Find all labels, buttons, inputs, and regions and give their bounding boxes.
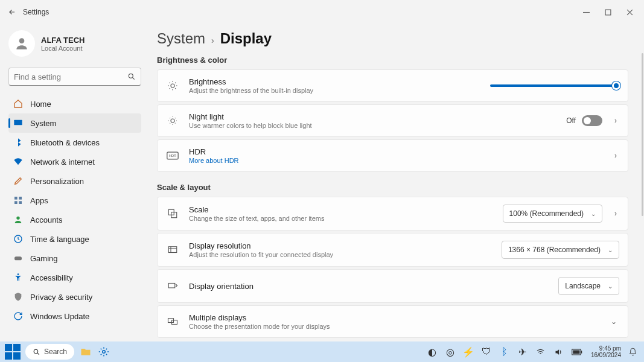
- svg-rect-26: [581, 351, 582, 354]
- svg-point-22: [34, 349, 38, 354]
- gamepad-icon: [13, 253, 23, 263]
- orientation-title: Display orientation: [189, 282, 549, 291]
- search-box[interactable]: [8, 68, 141, 86]
- chevron-right-icon: ›: [211, 36, 214, 45]
- svg-rect-7: [19, 201, 22, 204]
- hdr-icon: HDR: [166, 151, 179, 160]
- svg-point-2: [129, 74, 133, 78]
- search-input[interactable]: [14, 72, 127, 81]
- resolution-sub: Adjust the resolution to fit your connec…: [189, 251, 492, 258]
- card-brightness[interactable]: Brightness Adjust the brightness of the …: [157, 69, 628, 102]
- maximize-button[interactable]: [597, 4, 619, 21]
- card-resolution[interactable]: Display resolution Adjust the resolution…: [157, 233, 628, 267]
- system-tray[interactable]: ◐ ◎ ⚡ 🛡 ᛒ ✈ 9:45 pm 16/09/2024: [426, 345, 639, 358]
- card-multiple-displays[interactable]: Multiple displays Choose the presentatio…: [157, 305, 628, 338]
- nav-bluetooth[interactable]: Bluetooth & devices: [8, 133, 141, 152]
- tray-icon[interactable]: ◐: [426, 345, 439, 358]
- breadcrumb-parent[interactable]: System: [157, 30, 205, 47]
- card-scale[interactable]: Scale Change the size of text, apps, and…: [157, 197, 628, 230]
- svg-point-1: [19, 38, 25, 43]
- volume-tray-icon[interactable]: [552, 345, 566, 358]
- tray-icon[interactable]: ◎: [444, 345, 457, 358]
- nav-time[interactable]: Time & language: [8, 229, 141, 249]
- taskbar: Search ◐ ◎ ⚡ 🛡 ᛒ ✈ 9:45 pm 16/09/2024: [0, 341, 644, 362]
- avatar: [8, 30, 35, 57]
- orientation-icon: [166, 281, 179, 291]
- search-icon: [33, 348, 40, 356]
- night-light-state: Off: [566, 116, 576, 125]
- clock-icon: [13, 234, 23, 244]
- chevron-down-icon[interactable]: ⌄: [608, 317, 619, 326]
- multi-sub: Choose the presentation mode for your di…: [189, 323, 599, 330]
- sun-icon: [166, 80, 179, 91]
- wifi-tray-icon[interactable]: [534, 345, 547, 358]
- profile[interactable]: ALFA TECH Local Account: [8, 28, 141, 59]
- apps-icon: [13, 195, 23, 205]
- tray-icon[interactable]: 🛡: [480, 345, 493, 358]
- card-hdr[interactable]: HDR HDR More about HDR ›: [157, 139, 628, 172]
- notifications-icon[interactable]: [626, 345, 639, 358]
- svg-rect-5: [19, 197, 22, 200]
- resolution-select[interactable]: 1366 × 768 (Recommended)⌄: [502, 241, 619, 259]
- nav-accounts[interactable]: Accounts: [8, 210, 141, 229]
- nav-list: Home System Bluetooth & devices Network …: [8, 94, 141, 326]
- close-button[interactable]: [619, 4, 640, 21]
- back-button[interactable]: [4, 8, 21, 16]
- battery-tray-icon[interactable]: [570, 345, 584, 358]
- scale-icon: [166, 208, 179, 219]
- person-icon: [13, 215, 23, 224]
- brightness-sub: Adjust the brightness of the built-in di…: [189, 87, 480, 94]
- bluetooth-tray-icon[interactable]: ᛒ: [498, 345, 511, 358]
- breadcrumb: System › Display: [157, 30, 628, 47]
- scale-select[interactable]: 100% (Recommended)⌄: [503, 205, 602, 223]
- svg-point-23: [103, 351, 106, 354]
- breadcrumb-leaf: Display: [220, 30, 272, 47]
- chevron-right-icon[interactable]: ›: [612, 151, 619, 160]
- tray-icon[interactable]: ⚡: [462, 345, 475, 358]
- start-button[interactable]: [5, 344, 21, 360]
- nav-update[interactable]: Windows Update: [8, 306, 141, 326]
- nav-accessibility[interactable]: Accessibility: [8, 268, 141, 287]
- profile-sub: Local Account: [41, 45, 84, 52]
- nav-apps[interactable]: Apps: [8, 191, 141, 210]
- explorer-icon[interactable]: [79, 345, 92, 358]
- svg-point-13: [171, 119, 174, 122]
- card-night-light[interactable]: Night light Use warmer colors to help bl…: [157, 104, 628, 137]
- moon-icon: [166, 115, 179, 126]
- window-title: Settings: [23, 8, 49, 16]
- resolution-title: Display resolution: [189, 241, 492, 250]
- brightness-slider[interactable]: [490, 84, 617, 87]
- taskbar-search[interactable]: Search: [25, 344, 74, 360]
- night-light-toggle[interactable]: [582, 115, 602, 126]
- nav-home[interactable]: Home: [8, 94, 141, 113]
- settings-icon[interactable]: [97, 345, 110, 358]
- orientation-select[interactable]: Landscape⌄: [558, 277, 619, 295]
- nav-network[interactable]: Network & internet: [8, 152, 141, 171]
- svg-rect-19: [168, 284, 175, 288]
- search-icon: [127, 72, 136, 81]
- nav-system[interactable]: System: [8, 113, 141, 133]
- wifi-icon: [13, 157, 23, 167]
- night-light-sub: Use warmer colors to help block blue lig…: [189, 122, 556, 129]
- tray-icon[interactable]: ✈: [516, 345, 529, 358]
- scrollbar[interactable]: [642, 53, 643, 216]
- svg-point-12: [171, 84, 174, 87]
- nav-gaming[interactable]: Gaming: [8, 249, 141, 268]
- brush-icon: [13, 176, 23, 186]
- nav-privacy[interactable]: Privacy & security: [8, 287, 141, 306]
- minimize-button[interactable]: [575, 4, 597, 21]
- chevron-right-icon[interactable]: ›: [612, 209, 619, 218]
- svg-text:HDR: HDR: [169, 154, 177, 158]
- section-brightness-color: Brightness & color: [157, 56, 628, 65]
- card-orientation[interactable]: Display orientation Landscape⌄: [157, 269, 628, 303]
- shield-icon: [13, 292, 23, 302]
- chevron-right-icon[interactable]: ›: [612, 116, 619, 125]
- chevron-down-icon: ⌄: [591, 211, 596, 217]
- scale-sub: Change the size of text, apps, and other…: [189, 215, 493, 222]
- brightness-title: Brightness: [189, 77, 480, 86]
- taskbar-clock[interactable]: 9:45 pm 16/09/2024: [591, 345, 621, 358]
- profile-name: ALFA TECH: [41, 36, 84, 45]
- sidebar: ALFA TECH Local Account Home System Blue…: [0, 24, 148, 341]
- hdr-link[interactable]: More about HDR: [189, 157, 602, 164]
- nav-personalization[interactable]: Personalization: [8, 171, 141, 191]
